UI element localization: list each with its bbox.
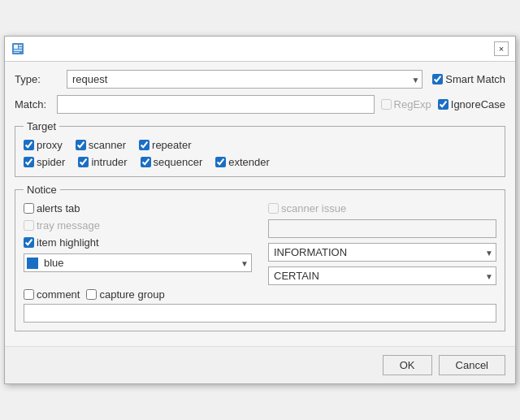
tray-message-text: tray message [37,219,100,232]
notice-legend: Notice [24,184,60,196]
scanner-issue-label[interactable]: scanner issue [268,202,496,214]
notice-right: scanner issue INFORMATION LOW MEDIUM HIG… [268,202,496,285]
svg-rect-1 [14,45,18,49]
svg-rect-5 [14,52,20,53]
target-row-1: proxy scanner repeater [24,139,496,151]
svg-rect-3 [19,47,22,49]
target-legend: Target [24,120,59,132]
comment-row: comment capture group [24,288,496,301]
close-button[interactable]: × [494,41,509,56]
notice-fieldset: Notice alerts tab tray message item high… [15,184,505,331]
match-input[interactable] [57,95,375,114]
svg-rect-2 [19,45,22,46]
match-label: Match: [15,98,57,110]
ignore-case-checkbox[interactable] [438,99,448,110]
type-row: Type: request response any ▼ Smart Match [15,70,505,89]
capture-group-label[interactable]: capture group [86,288,164,301]
repeater-checkbox[interactable] [139,140,150,150]
target-sequencer[interactable]: sequencer [141,156,203,168]
comment-input[interactable] [24,304,496,323]
color-select-container: blue red orange yellow green cyan pink m… [24,253,252,272]
certain-select-container: CERTAIN FIRM TENTATIVE ▼ [268,266,496,285]
comment-label[interactable]: comment [24,288,80,301]
spider-checkbox[interactable] [24,157,34,167]
smart-match-text: Smart Match [445,73,505,85]
notice-left: alerts tab tray message item highlight [24,202,252,285]
comment-text: comment [37,288,80,301]
target-repeater[interactable]: repeater [139,139,191,151]
match-row: Match: RegExp IgnoreCase [15,95,505,114]
target-intruder[interactable]: intruder [78,156,127,168]
proxy-label: proxy [37,139,63,151]
certain-select[interactable]: CERTAIN FIRM TENTATIVE [268,266,496,285]
item-highlight-text: item highlight [37,236,99,249]
target-proxy[interactable]: proxy [24,139,63,151]
scanner-checkbox[interactable] [76,140,86,150]
information-select[interactable]: INFORMATION LOW MEDIUM HIGH [268,243,496,262]
dialog: × Type: request response any ▼ Smart Mat… [4,36,516,384]
smart-match-wrapper: Smart Match [432,73,505,85]
alerts-tab-checkbox[interactable] [24,203,34,214]
cancel-button[interactable]: Cancel [439,355,505,375]
regexp-label[interactable]: RegExp [381,98,431,110]
target-spider[interactable]: spider [24,156,65,168]
alerts-tab-label[interactable]: alerts tab [24,202,252,214]
repeater-label: repeater [152,139,191,151]
ok-button[interactable]: OK [383,355,432,375]
sequencer-label: sequencer [154,156,203,168]
target-extender[interactable]: extender [215,156,270,168]
information-select-container: INFORMATION LOW MEDIUM HIGH ▼ [268,243,496,262]
svg-rect-4 [14,50,22,51]
title-bar: × [5,37,515,62]
regexp-text: RegExp [394,98,431,110]
target-row-2: spider intruder sequencer extender [24,156,496,168]
notice-content: alerts tab tray message item highlight [24,202,496,285]
capture-group-text: capture group [99,288,164,301]
tray-message-label[interactable]: tray message [24,219,252,232]
comment-checkbox[interactable] [24,289,34,300]
dialog-content: Type: request response any ▼ Smart Match… [5,62,515,346]
extender-checkbox[interactable] [215,157,226,167]
dialog-icon [11,42,24,55]
ignore-case-label[interactable]: IgnoreCase [438,98,505,110]
target-fieldset: Target proxy scanner repeater sp [15,120,505,177]
color-select[interactable]: blue red orange yellow green cyan pink m… [24,253,252,272]
sequencer-checkbox[interactable] [141,157,151,167]
proxy-checkbox[interactable] [24,140,34,150]
capture-group-checkbox[interactable] [86,289,97,300]
tray-message-checkbox[interactable] [24,220,34,231]
scanner-issue-checkbox[interactable] [268,203,279,214]
ignore-case-text: IgnoreCase [451,98,505,110]
smart-match-label[interactable]: Smart Match [432,73,505,85]
type-label: Type: [15,73,57,85]
regexp-checkbox[interactable] [381,99,392,110]
title-bar-left [11,42,24,55]
intruder-label: intruder [91,156,127,168]
scanner-issue-text: scanner issue [281,202,346,214]
intruder-checkbox[interactable] [78,157,89,167]
extender-label: extender [228,156,270,168]
target-scanner[interactable]: scanner [76,139,126,151]
type-select-wrapper: request response any ▼ [67,70,422,89]
scanner-label: scanner [89,139,126,151]
item-highlight-checkbox[interactable] [24,237,34,248]
spider-label: spider [37,156,65,168]
item-highlight-label[interactable]: item highlight [24,236,252,249]
alerts-tab-text: alerts tab [37,202,80,214]
scanner-issue-input[interactable] [268,219,496,238]
smart-match-checkbox[interactable] [432,74,443,84]
footer: OK Cancel [5,346,515,383]
match-options: RegExp IgnoreCase [381,98,505,110]
type-select[interactable]: request response any [67,70,422,89]
